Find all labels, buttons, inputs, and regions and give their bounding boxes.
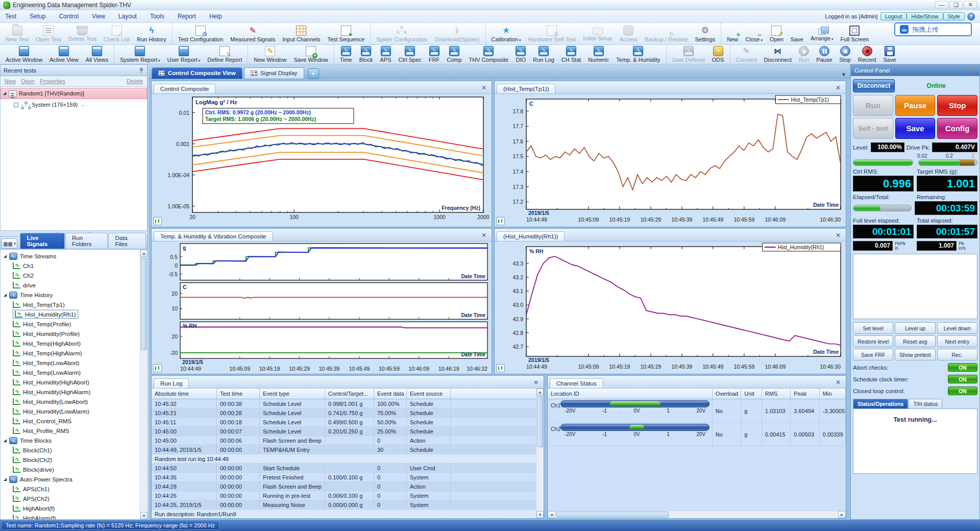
- show-pretest-button[interactable]: Show pretest: [895, 349, 935, 360]
- scrollbar-thumb[interactable]: [141, 258, 147, 350]
- help-icon[interactable]: ?: [967, 13, 975, 20]
- toolbar-numeric[interactable]: Numeric: [584, 45, 612, 63]
- toolbar-open-test[interactable]: Open Test: [32, 23, 65, 44]
- recent-link-properties[interactable]: Properties: [40, 78, 65, 84]
- toolbar-system-report[interactable]: System Report▾: [116, 45, 163, 63]
- recent-test-child[interactable]: System (176+159)↔: [1, 99, 147, 110]
- tree-item-hist-humidity-lowabort[interactable]: ∿Hist_Humidity(LowAbort): [2, 397, 148, 406]
- column-header-overload[interactable]: Overload: [713, 389, 742, 399]
- run-log-tab[interactable]: Run Log: [154, 378, 189, 388]
- toolbar-test-configuration[interactable]: Test Configuration: [175, 23, 227, 44]
- tree-item-hist-temp-profile[interactable]: ∿Hist_Temp(Profile): [2, 319, 148, 329]
- tree-group-auto-power-spectra[interactable]: ∿Auto-Power Spectra: [2, 474, 148, 484]
- tree-item-block-ch1[interactable]: ∿Block(Ch1): [2, 445, 148, 455]
- tree-item-hist-temp-highalarm[interactable]: ∿Hist_Temp(HighAlarm): [2, 348, 148, 358]
- tree-group-time-streams[interactable]: ∿Time Streams: [2, 251, 148, 261]
- toolbar-save[interactable]: Save: [879, 45, 899, 63]
- toolbar-settings[interactable]: ⚙Settings: [692, 23, 719, 44]
- abort-checks-toggle[interactable]: ON: [948, 363, 977, 372]
- expand-icon[interactable]: [3, 92, 6, 95]
- tree-item-hist-control-rms[interactable]: ∿Hist_Control_RMS: [2, 416, 148, 426]
- level-up-button[interactable]: Level up: [895, 322, 935, 334]
- drag-upload-button[interactable]: ∞ 拖拽上传: [894, 22, 972, 36]
- tab-run-folders[interactable]: Run Folders: [65, 233, 108, 249]
- toolbar-ctrl-spec[interactable]: Ctrl Spec: [395, 45, 425, 63]
- save-button[interactable]: Save: [895, 118, 936, 139]
- scroll-left-icon[interactable]: ◄: [548, 511, 555, 518]
- stop-button[interactable]: Stop: [937, 95, 977, 116]
- column-header-control-target[interactable]: Control/Target...: [325, 389, 374, 399]
- level-down-button[interactable]: Level down: [937, 322, 977, 334]
- set-level-button[interactable]: Set level: [853, 322, 893, 334]
- composite-panel-tab[interactable]: Temp. & Humidity & Vibration Composite: [154, 231, 273, 241]
- recent-link-new[interactable]: New: [5, 78, 16, 84]
- tree-item-ch1[interactable]: ∿Ch1: [2, 261, 148, 271]
- rec-button[interactable]: Rec.: [937, 349, 977, 360]
- toolbar-delete-test[interactable]: Delete Test: [65, 23, 100, 44]
- tree-item-hist-humidity-highabort[interactable]: ∿Hist_Humidity(HighAbort): [2, 377, 148, 387]
- close-icon[interactable]: ✕: [478, 232, 489, 239]
- toolbar-new-test[interactable]: New Test: [2, 23, 32, 44]
- tree-group-time-history[interactable]: ∿Time History: [2, 290, 148, 300]
- toolbar-record[interactable]: Record: [854, 45, 879, 63]
- recent-link-delete[interactable]: Delete: [127, 78, 143, 84]
- tree-item-hist-temp-lowalarm[interactable]: ∿Hist_Temp(LowAlarm): [2, 368, 148, 377]
- tree-item-block-drive[interactable]: ∿Block(drive): [2, 465, 148, 474]
- pin-icon[interactable]: [139, 67, 144, 74]
- tree-item-highabort-f[interactable]: ∿HighAbort(f): [2, 503, 148, 513]
- chart-tool-icon[interactable]: [153, 364, 162, 372]
- toolbar-download-spider[interactable]: ⇓Download(Spider): [431, 23, 483, 44]
- scroll-down-icon[interactable]: ▼: [140, 512, 148, 519]
- tree-item-aps-ch2[interactable]: ∿APS(Ch2): [2, 494, 148, 503]
- scroll-up-icon[interactable]: ▲: [140, 250, 148, 257]
- run-log-row[interactable]: 10:45:0000:00:06Flash Screen and Beep0Ac…: [152, 436, 544, 445]
- column-header-rms[interactable]: RMS: [762, 389, 791, 399]
- tree-item-block-ch2[interactable]: ∿Block(Ch2): [2, 455, 148, 465]
- toolbar-new-window[interactable]: ✎New Window: [250, 45, 290, 63]
- toolbar-initial-setup[interactable]: Initial Setup: [579, 23, 616, 44]
- tree-item-hist-humidity-profile[interactable]: ∿Hist_Humidity(Profile): [2, 329, 148, 339]
- scrollbar-thumb[interactable]: [556, 512, 669, 518]
- close-icon[interactable]: ✕: [832, 232, 844, 239]
- tree-item-hist-humidity-rh1[interactable]: ∿Hist_Humidity(Rh1): [2, 309, 148, 319]
- hist-humidity-panel-tab[interactable]: (Hist_Humidity(Rh1)): [497, 231, 565, 241]
- run-log-row[interactable]: 10:45:3200:00:38Schedule Level0.998/1.00…: [152, 399, 544, 408]
- pin-icon[interactable]: [971, 67, 976, 74]
- expand-icon[interactable]: [4, 255, 7, 258]
- toolbar-hardware-self-test[interactable]: Hardware Self-Test: [525, 23, 580, 44]
- close-button[interactable]: ✕: [964, 1, 977, 9]
- tab-status-operations[interactable]: Status/Operations: [853, 399, 908, 408]
- hist-temp-panel-tab[interactable]: (Hist_Temp(Tp1)): [497, 84, 555, 93]
- tab-data-files[interactable]: Data Files: [108, 233, 146, 249]
- tree-item-hist-temp-highabort[interactable]: ∿Hist_Temp(HighAbort): [2, 339, 148, 348]
- toolbar-ods[interactable]: ODS: [708, 45, 728, 63]
- column-header-absolute-time[interactable]: Absolute time: [152, 389, 217, 399]
- toolbar-active-view[interactable]: Active View: [46, 45, 82, 63]
- toolbar-run-log[interactable]: Run Log: [529, 45, 558, 63]
- control-composite-panel-tab[interactable]: Control Composite: [154, 84, 215, 93]
- workspace-tab-signal-display[interactable]: Signal Display: [244, 67, 304, 79]
- toolbar-active-window[interactable]: Active Window: [2, 45, 46, 63]
- toolbar-thv-composite[interactable]: THV Composite: [465, 45, 512, 63]
- channel-status-tab[interactable]: Channel Status: [550, 378, 603, 388]
- expand-icon[interactable]: [4, 439, 7, 442]
- add-view-button[interactable]: +: [308, 68, 319, 79]
- channel-row-ch1[interactable]: Ch1-20V-10V120VNog1.031033.60494-3.30005: [548, 399, 846, 423]
- close-icon[interactable]: ✕: [832, 379, 844, 386]
- signal-tree-scrollbar[interactable]: ▲ ▼: [140, 250, 148, 519]
- search-signals-button[interactable]: ▾: [2, 238, 17, 249]
- toolbar-temp-humidity[interactable]: Temp. & Humidity: [612, 45, 664, 63]
- toolbar-access[interactable]: Access: [616, 23, 641, 44]
- closed-loop-control-toggle[interactable]: ON: [948, 387, 977, 395]
- column-header-event-type[interactable]: Event type: [260, 389, 325, 399]
- close-icon[interactable]: ✕: [530, 379, 542, 386]
- disconnect-button[interactable]: Disconnect: [853, 79, 895, 92]
- self-test-button[interactable]: Self - test: [853, 118, 893, 139]
- toolbar-comp[interactable]: Comp: [443, 45, 465, 63]
- run-log-row[interactable]: 10:44:49, 2019/1/500:00:00TEMP&HUM Entry…: [152, 445, 544, 454]
- menu-control[interactable]: Control: [59, 13, 79, 20]
- toolbar-all-views[interactable]: All Views: [82, 45, 112, 63]
- toolbar-stop[interactable]: Stop: [836, 45, 854, 63]
- scroll-right-icon[interactable]: ►: [838, 511, 846, 518]
- tree-item-highalarm-f[interactable]: ∿HighAlarm(f): [2, 513, 148, 520]
